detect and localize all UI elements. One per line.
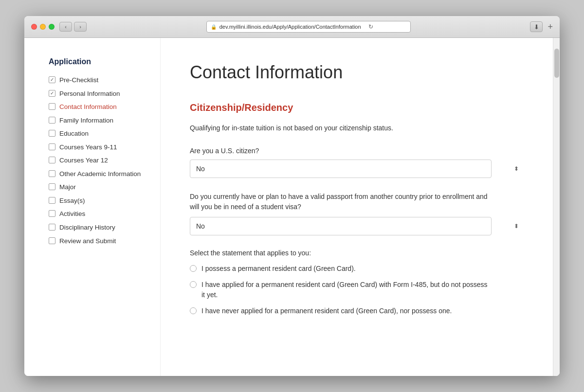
q1-label: Are you a U.S. citizen? xyxy=(190,147,524,155)
new-tab-button[interactable]: + xyxy=(548,22,553,31)
sidebar-label-review-and-submit: Review and Submit xyxy=(59,237,116,246)
checkbox-essays[interactable] xyxy=(49,197,55,204)
sidebar-label-courses-years-9-11: Courses Years 9-11 xyxy=(59,143,117,152)
sidebar-item-activities[interactable]: Activities xyxy=(49,210,146,218)
checkbox-activities[interactable] xyxy=(49,210,55,217)
section-title: Citizenship/Residency xyxy=(190,102,524,113)
page-wrapper: Application Pre-ChecklistPersonal Inform… xyxy=(24,38,553,376)
sidebar-item-essays[interactable]: Essay(s) xyxy=(49,196,146,205)
sidebar-item-personal-information[interactable]: Personal Information xyxy=(49,89,146,98)
sidebar-label-disciplinary-history: Disciplinary History xyxy=(59,223,115,232)
description-text: Qualifying for in-state tuition is not b… xyxy=(190,123,524,133)
sidebar-label-pre-checklist: Pre-Checklist xyxy=(59,76,98,85)
page-title: Contact Information xyxy=(190,62,524,83)
checkbox-education[interactable] xyxy=(49,130,55,137)
browser-titlebar: ‹ › 🔒 dev.myillini.illinois.edu/Apply/Ap… xyxy=(24,16,560,38)
sidebar-item-disciplinary-history[interactable]: Disciplinary History xyxy=(49,223,146,232)
sidebar-item-education[interactable]: Education xyxy=(49,129,146,138)
minimize-button[interactable] xyxy=(40,24,46,30)
main-content: Contact Information Citizenship/Residenc… xyxy=(161,38,553,376)
sidebar-label-other-academic-information: Other Academic Information xyxy=(59,170,141,178)
radio-label-option3: I have never applied for a permanent res… xyxy=(201,306,452,316)
checkbox-disciplinary-history[interactable] xyxy=(49,224,55,231)
sidebar-item-courses-years-9-11[interactable]: Courses Years 9-11 xyxy=(49,143,146,152)
radio-label-option2: I have applied for a permanent resident … xyxy=(201,280,492,300)
radio-option-option3[interactable]: I have never applied for a permanent res… xyxy=(190,306,492,316)
sidebar-label-contact-information: Contact Information xyxy=(59,103,117,111)
q2-select-arrow: ⬍ xyxy=(514,223,519,230)
checkbox-personal-information[interactable] xyxy=(49,90,55,97)
close-button[interactable] xyxy=(31,24,37,30)
radio-input-option3[interactable] xyxy=(190,307,197,314)
sidebar-item-family-information[interactable]: Family Information xyxy=(49,116,146,125)
address-bar-container: 🔒 dev.myillini.illinois.edu/Apply/Applic… xyxy=(91,21,525,33)
forward-button[interactable]: › xyxy=(74,22,87,32)
radio-label-option1: I possess a permanent resident card (Gre… xyxy=(201,264,356,274)
checkbox-major[interactable] xyxy=(49,183,55,190)
sidebar-label-essays: Essay(s) xyxy=(59,196,85,205)
address-bar[interactable]: 🔒 dev.myillini.illinois.edu/Apply/Applic… xyxy=(206,21,411,33)
q1-select-arrow: ⬍ xyxy=(514,165,519,172)
sidebar-item-pre-checklist[interactable]: Pre-Checklist xyxy=(49,76,146,85)
radio-input-option2[interactable] xyxy=(190,281,197,288)
sidebar-label-major: Major xyxy=(59,183,76,192)
nav-buttons: ‹ › xyxy=(59,22,87,32)
sidebar: Application Pre-ChecklistPersonal Inform… xyxy=(24,38,161,376)
radio-option-option2[interactable]: I have applied for a permanent resident … xyxy=(190,280,492,300)
checkbox-courses-year-12[interactable] xyxy=(49,157,55,163)
browser-content: Application Pre-ChecklistPersonal Inform… xyxy=(24,38,560,376)
checkbox-courses-years-9-11[interactable] xyxy=(49,143,55,150)
q1-select[interactable]: No Yes xyxy=(190,160,492,178)
sidebar-item-review-and-submit[interactable]: Review and Submit xyxy=(49,237,146,246)
lock-icon: 🔒 xyxy=(211,24,217,30)
sidebar-label-courses-year-12: Courses Year 12 xyxy=(59,156,108,165)
sidebar-item-major[interactable]: Major xyxy=(49,183,146,192)
scrollbar-thumb[interactable] xyxy=(554,49,559,78)
traffic-lights xyxy=(31,24,55,30)
checkbox-family-information[interactable] xyxy=(49,117,55,124)
sidebar-label-personal-information: Personal Information xyxy=(59,89,120,98)
checkbox-contact-information[interactable] xyxy=(49,103,55,110)
sidebar-title: Application xyxy=(49,57,146,66)
nav-items-container: Pre-ChecklistPersonal InformationContact… xyxy=(49,76,146,245)
back-button[interactable]: ‹ xyxy=(59,22,72,32)
maximize-button[interactable] xyxy=(49,24,55,30)
sidebar-item-other-academic-information[interactable]: Other Academic Information xyxy=(49,170,146,178)
radio-options-container: I possess a permanent resident card (Gre… xyxy=(190,264,524,316)
download-button[interactable]: ⬇ xyxy=(530,21,543,32)
q2-select[interactable]: No Yes xyxy=(190,217,492,235)
sidebar-label-activities: Activities xyxy=(59,210,85,218)
radio-input-option1[interactable] xyxy=(190,265,197,272)
sidebar-label-education: Education xyxy=(59,129,89,138)
url-text: dev.myillini.illinois.edu/Apply/Applicat… xyxy=(219,24,361,30)
checkbox-pre-checklist[interactable] xyxy=(49,76,55,83)
q3-label: Select the statement that applies to you… xyxy=(190,249,524,257)
q1-select-wrapper: No Yes ⬍ xyxy=(190,160,524,178)
sidebar-label-family-information: Family Information xyxy=(59,116,113,125)
q2-label: Do you currently have or plan to have a … xyxy=(190,192,492,212)
browser-window: ‹ › 🔒 dev.myillini.illinois.edu/Apply/Ap… xyxy=(24,16,560,376)
sidebar-item-courses-year-12[interactable]: Courses Year 12 xyxy=(49,156,146,165)
checkbox-review-and-submit[interactable] xyxy=(49,237,55,244)
reload-button[interactable]: ↻ xyxy=(366,22,376,32)
radio-option-option1[interactable]: I possess a permanent resident card (Gre… xyxy=(190,264,492,274)
scrollbar-track[interactable] xyxy=(553,38,560,376)
q2-select-wrapper: No Yes ⬍ xyxy=(190,217,524,235)
sidebar-item-contact-information[interactable]: Contact Information xyxy=(49,103,146,111)
checkbox-other-academic-information[interactable] xyxy=(49,170,55,177)
